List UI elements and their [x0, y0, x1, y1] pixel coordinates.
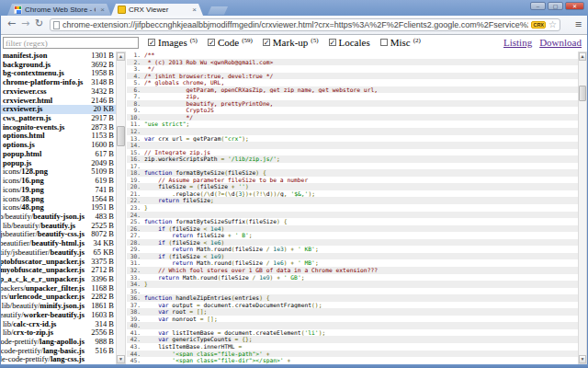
tabs-container: Chrome Web Store - C×CRX Viewer×	[7, 4, 203, 16]
tab-close-icon[interactable]: ×	[190, 6, 197, 14]
code-text	[144, 322, 578, 329]
file-path: lib/beautify/jsbeautifier/unpackers/myob…	[1, 266, 85, 275]
code-line: 21. .replace(/\d(?=(\d{3})+(?!\d))/g, '$…	[127, 190, 578, 198]
code-text: }	[144, 204, 578, 212]
code-text	[144, 163, 578, 170]
line-number: 24.	[127, 212, 144, 219]
file-name: beautify-json.js	[33, 213, 85, 221]
line-number: 21.	[127, 190, 144, 198]
code-text: CryptoJS	[144, 107, 578, 114]
file-size: 516 B	[85, 347, 116, 356]
file-dir: lib/	[3, 320, 13, 328]
file-name: incognito-events.js	[3, 123, 64, 132]
listing-link[interactable]: Listing	[503, 37, 532, 48]
code-line: 9. CryptoJS	[127, 107, 578, 114]
scroll-down-icon[interactable]: ▼	[117, 355, 125, 363]
code-text: return fileSize + ' B';	[144, 232, 578, 239]
file-list-scrollbar[interactable]: ▲ ▼	[116, 52, 126, 364]
line-number: 28.	[127, 239, 144, 247]
file-path: lib/beautify/minify.json.js	[1, 302, 85, 311]
filter-checkbox-mark-up[interactable]: ✓Mark-up(5)	[263, 37, 319, 48]
reload-icon[interactable]: ↻	[35, 17, 43, 29]
scrollbar-thumb[interactable]	[117, 126, 125, 146]
code-line: 25.function formatByteSizeSuffix(fileSiz…	[127, 218, 578, 225]
file-path: icons/16.png	[1, 177, 85, 186]
back-icon[interactable]: ←	[7, 17, 16, 29]
file-dir: icons/	[3, 203, 21, 212]
line-number: 9.	[127, 107, 144, 114]
file-path: options.html	[1, 132, 85, 141]
code-line: 38. var root = [];	[127, 308, 578, 316]
checkbox-icon[interactable]	[380, 39, 388, 46]
source-code-view: 1./**2. * (c) 2013 Rob Wu <gwnRob@gmail.…	[127, 52, 578, 364]
new-tab-button[interactable]	[208, 6, 228, 15]
file-row[interactable]: lib/google-code-prettify/lang-css.js	[1, 355, 116, 364]
download-link[interactable]: Download	[539, 37, 582, 48]
file-path: icons/128.png	[1, 167, 85, 177]
code-text	[144, 288, 578, 295]
filter-checkbox-code[interactable]: ✓Code(59)	[208, 37, 253, 48]
crx-favicon	[118, 6, 126, 14]
code-text: fileSize = (fileSize + '')	[144, 183, 578, 190]
line-number: 41.	[127, 329, 144, 337]
file-path: lib/beautify/jsbeautifier/beautify-html.…	[1, 239, 85, 248]
file-path: lib/beautify/jsbeautifier/beautify-css.j…	[1, 230, 85, 239]
line-number: 44.	[127, 351, 144, 358]
minimize-button[interactable]: –	[530, 2, 546, 10]
chrome-menu-icon[interactable]: ≡	[575, 18, 582, 31]
line-number: 19.	[127, 177, 144, 184]
scroll-up-icon[interactable]: ▲	[579, 52, 586, 61]
tab-inactive[interactable]: Chrome Web Store - C×	[7, 4, 111, 16]
bookmark-star-icon[interactable]: ☆	[548, 20, 557, 29]
line-number: 11.	[127, 121, 144, 128]
code-text	[144, 212, 578, 219]
tab-close-icon[interactable]: ×	[98, 6, 105, 14]
code-text: var genericTypeCounts = {};	[144, 336, 578, 343]
checkbox-icon[interactable]: ✓	[208, 39, 215, 46]
crx-extension-icon[interactable]: CRX	[531, 21, 546, 29]
address-bar[interactable]: chrome-extension://jifpbeccnghkjeaalbbjm…	[50, 18, 560, 31]
file-name: javascriptobfuscator_unpacker.js	[1, 258, 85, 266]
file-dir: lib/beautify/	[1, 311, 24, 319]
file-dir: lib/	[3, 328, 13, 337]
filter-checkbox-locales[interactable]: ✓Locales	[329, 37, 370, 48]
line-number: 3.	[127, 65, 144, 73]
filter-checkbox-images[interactable]: ✓Images(5)	[148, 37, 198, 48]
code-text: '<span class="file-path">' +	[144, 351, 578, 358]
code-line: 39. var nonroot = [];	[127, 316, 578, 323]
checkbox-icon[interactable]: ✓	[263, 39, 270, 46]
code-scrollbar[interactable]: ▲ ▼	[578, 52, 587, 364]
forward-icon[interactable]: →	[21, 17, 29, 29]
file-path: lib/google-code-prettify/lang-css.js	[1, 355, 85, 364]
filter-label: Images	[158, 37, 187, 48]
url-text[interactable]: chrome-extension://jifpbeccnghkjeaalbbjm…	[62, 20, 528, 29]
code-line: 16.zip.workerScriptsPath = '/lib/zip.js/…	[127, 155, 578, 163]
maximize-button[interactable]: ▢	[548, 2, 563, 10]
file-path: lib/google-code-prettify/lang-apollo.js	[1, 338, 85, 347]
tab-active[interactable]: CRX Viewer×	[111, 4, 203, 16]
line-number: 15.	[127, 149, 144, 156]
scroll-down-icon[interactable]: ▼	[579, 355, 586, 363]
file-name: cws_pattern.js	[3, 114, 51, 122]
filter-input[interactable]	[3, 37, 139, 49]
file-dir: lib/google-code-prettify/	[1, 355, 51, 363]
code-line: 11."use strict";	[127, 121, 578, 128]
checkbox-icon[interactable]: ✓	[329, 39, 336, 46]
code-text: var output = document.createDocumentFrag…	[144, 302, 578, 309]
file-row[interactable]: lib/google-code-prettify/lang-basic.js51…	[1, 347, 116, 356]
code-line: 15.// Integrate zip.js	[127, 149, 578, 156]
browser-toolbar: ← → ↻ chrome-extension://jifpbeccnghkjea…	[0, 16, 588, 35]
code-text: if (fileSize < 1e9)	[144, 253, 578, 260]
code-line: 42. var genericTypeCounts = {};	[127, 336, 578, 343]
code-text: '<span class="file-dir"></span>' +	[144, 357, 578, 364]
window-close-button[interactable]: ✕	[565, 2, 584, 10]
scrollbar-thumb[interactable]	[579, 86, 586, 101]
filter-label: Code	[218, 37, 239, 48]
checkbox-icon[interactable]: ✓	[148, 39, 155, 46]
file-path: cws_pattern.js	[1, 114, 85, 123]
scroll-up-icon[interactable]: ▲	[117, 52, 125, 61]
code-text: function formatByteSizeSuffix(fileSize) …	[144, 218, 578, 225]
filter-checkbox-misc[interactable]: Misc(2)	[380, 37, 421, 48]
file-path: crxviewer.html	[1, 97, 85, 106]
code-text: }	[144, 281, 578, 288]
